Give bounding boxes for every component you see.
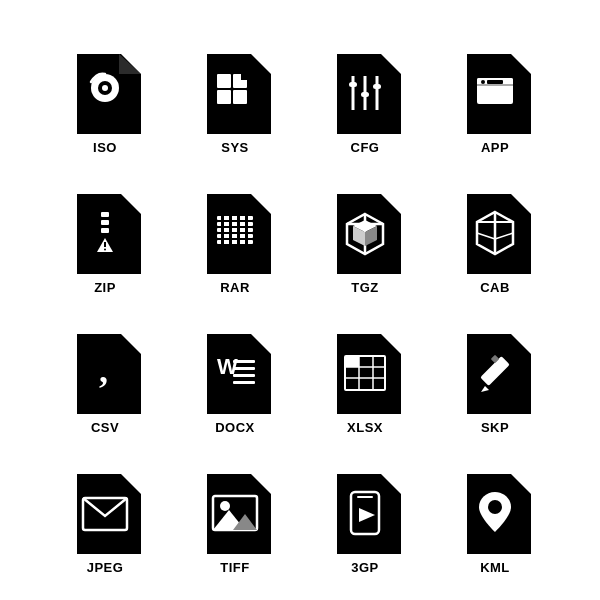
file-item-csv[interactable]: , CSV [45,305,165,435]
svg-rect-19 [101,212,109,217]
file-item-jpeg[interactable]: JPEG [45,445,165,575]
file-item-kml[interactable]: KML [435,445,555,575]
svg-point-22 [104,249,106,251]
xlsx-icon [329,334,401,414]
svg-rect-46 [233,367,255,370]
file-item-rar[interactable]: RAR [175,165,295,295]
kml-icon [459,474,531,554]
svg-rect-18 [477,84,513,86]
svg-rect-13 [373,84,381,89]
svg-rect-7 [241,74,247,80]
sys-label: SYS [221,140,249,155]
svg-point-60 [220,501,230,511]
cfg-icon [329,54,401,134]
tgz-label: TGZ [351,280,379,295]
svg-rect-12 [361,92,369,97]
svg-rect-17 [487,80,503,84]
tiff-icon [199,474,271,554]
jpeg-icon [69,474,141,554]
svg-rect-6 [233,90,247,104]
svg-rect-3 [217,74,231,88]
svg-rect-45 [233,360,255,363]
sys-icon [199,54,271,134]
svg-rect-16 [481,80,485,84]
file-item-zip[interactable]: ZIP [45,165,165,295]
iso-label: ISO [93,140,117,155]
svg-rect-30 [237,216,240,248]
file-item-skp[interactable]: SKP [435,305,555,435]
file-item-xlsx[interactable]: XLSX [305,305,425,435]
svg-rect-31 [245,216,248,248]
svg-rect-28 [221,216,224,248]
app-icon [459,54,531,134]
icon-grid: ISO SYS [45,25,555,575]
file-item-3gp[interactable]: 3GP [305,445,425,575]
cfg-label: CFG [351,140,380,155]
svg-point-2 [102,85,108,91]
csv-icon: , [69,334,141,414]
zip-label: ZIP [94,280,116,295]
svg-point-66 [488,500,502,514]
csv-label: CSV [91,420,119,435]
cab-label: CAB [480,280,510,295]
app-label: APP [481,140,509,155]
svg-rect-21 [101,228,109,233]
docx-icon: W [199,334,271,414]
skp-label: SKP [481,420,509,435]
kml-label: KML [480,560,510,575]
svg-rect-11 [349,82,357,87]
file-item-tiff[interactable]: TIFF [175,445,295,575]
skp-icon [459,334,531,414]
file-item-sys[interactable]: SYS [175,25,295,155]
svg-rect-29 [229,216,232,248]
file-item-app[interactable]: APP [435,25,555,155]
3gp-icon [329,474,401,554]
file-item-cfg[interactable]: CFG [305,25,425,155]
xlsx-label: XLSX [347,420,383,435]
docx-label: DOCX [215,420,255,435]
file-item-cab[interactable]: CAB [435,165,555,295]
file-item-iso[interactable]: ISO [45,25,165,155]
cab-icon [459,194,531,274]
file-item-docx[interactable]: W DOCX [175,305,295,435]
svg-rect-64 [357,496,373,498]
tiff-label: TIFF [220,560,249,575]
svg-rect-20 [101,220,109,225]
tgz-icon [329,194,401,274]
svg-rect-54 [345,356,359,367]
iso-icon [69,54,141,134]
svg-rect-5 [217,90,231,104]
jpeg-label: JPEG [87,560,124,575]
rar-icon [199,194,271,274]
3gp-label: 3GP [351,560,379,575]
svg-rect-47 [233,374,255,377]
svg-text:,: , [99,350,108,390]
zip-icon [69,194,141,274]
rar-label: RAR [220,280,250,295]
svg-rect-48 [233,381,255,384]
file-item-tgz[interactable]: TGZ [305,165,425,295]
